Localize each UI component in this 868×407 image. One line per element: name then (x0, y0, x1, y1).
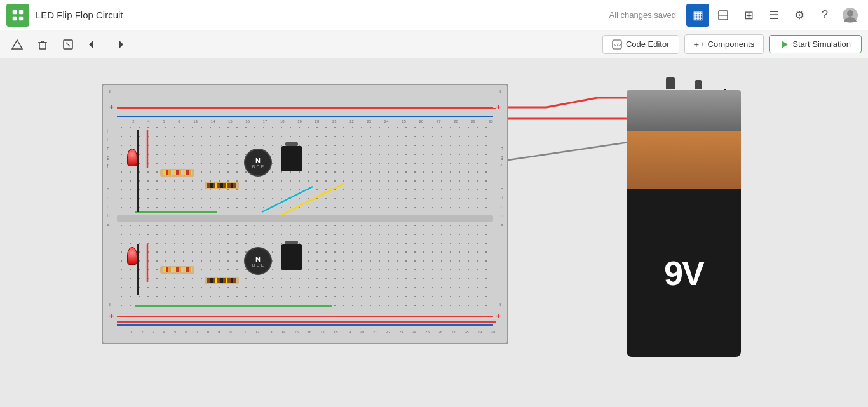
label-l-top-right: l (499, 88, 501, 94)
svg-marker-20 (782, 41, 788, 48)
pcb-view-btn[interactable]: ⊞ (737, 4, 760, 27)
undo-button[interactable] (83, 34, 104, 55)
user-btn[interactable] (839, 4, 862, 27)
transistor-top[interactable]: N B C E (244, 149, 272, 177)
list-view-btn[interactable]: ☰ (763, 4, 785, 27)
resistor-bottom[interactable] (160, 266, 194, 274)
power-rail-top-blue (117, 116, 493, 117)
toolbar-right-actions: </> Code Editor + + Components Start Sim… (602, 34, 862, 54)
power-rail-bot-red (117, 316, 493, 317)
help-btn[interactable]: ? (813, 4, 836, 27)
redo-button[interactable] (108, 34, 130, 55)
breadboard-view-btn[interactable]: ▦ (686, 4, 709, 27)
svg-point-7 (847, 10, 853, 17)
svg-rect-2 (13, 16, 17, 20)
row-labels-right: j i h g f e d c b a (501, 126, 503, 229)
svg-marker-8 (12, 40, 22, 49)
led-top[interactable] (127, 149, 137, 166)
label-l-bot-left: l (109, 302, 111, 307)
breadboard-mid-divider (117, 215, 493, 222)
svg-marker-17 (119, 41, 123, 48)
breadboard-container: + + + + j i h g f e d c (102, 84, 508, 344)
label-l-bot-right: l (499, 302, 501, 307)
power-rail-top-red (117, 107, 493, 109)
components-button[interactable]: + + Components (684, 34, 764, 54)
code-editor-icon: </> (612, 39, 622, 50)
project-title: LED Flip Flop Circuit (36, 10, 609, 20)
battery-terminal-positive (666, 77, 675, 89)
start-simulation-button[interactable]: Start Simulation (769, 35, 862, 53)
settings-btn[interactable]: ⚙ (788, 4, 811, 27)
components-label: + Components (700, 39, 754, 49)
capacitor-bottom[interactable] (281, 241, 302, 270)
delete-button[interactable] (32, 34, 53, 55)
svg-rect-9 (39, 43, 46, 49)
battery-middle (627, 131, 741, 189)
play-icon (780, 40, 789, 49)
add-shape-button[interactable] (6, 34, 28, 55)
svg-line-15 (66, 43, 70, 46)
battery-container: 9V (627, 77, 741, 370)
top-navbar: LED Flip Flop Circuit All changes saved … (0, 0, 868, 30)
save-status: All changes saved (609, 10, 676, 20)
label-l-top-left: l (109, 88, 111, 94)
breadboard[interactable]: + + + + j i h g f e d c (102, 84, 508, 344)
battery-body: 9V (627, 189, 741, 357)
col-numbers-top: 2456 1314151617181920 212223242526272829… (126, 119, 499, 123)
row-labels-left: j i h g f e d c b a (107, 126, 109, 229)
power-plus-top-left: + (109, 103, 114, 112)
power-plus-bot-right: + (496, 312, 501, 321)
plus-icon: + (694, 39, 700, 50)
power-plus-top-right: + (496, 103, 501, 112)
schematic-view-btn[interactable] (712, 4, 735, 27)
battery-cap (627, 90, 741, 131)
svg-rect-1 (19, 10, 23, 13)
capacitor-top[interactable] (281, 142, 302, 171)
code-editor-button[interactable]: </> Code Editor (602, 35, 679, 54)
svg-marker-16 (89, 41, 93, 48)
battery-voltage-label: 9V (664, 253, 703, 293)
start-simulation-label: Start Simulation (792, 39, 851, 49)
col-numbers-bottom: 123456789101112 1314151617181920 2122232… (126, 330, 499, 334)
resistor-top-2[interactable] (205, 182, 239, 189)
transistor-bottom[interactable]: N B C E (244, 247, 272, 275)
led-bottom[interactable] (127, 247, 137, 265)
resistor-top[interactable] (160, 169, 194, 177)
svg-text:</>: </> (614, 42, 621, 48)
resize-button[interactable] (57, 34, 79, 55)
canvas-area[interactable]: + + + + j i h g f e d c (0, 58, 868, 407)
battery-terminal-negative (695, 80, 702, 89)
code-editor-label: Code Editor (626, 39, 670, 49)
svg-rect-3 (19, 16, 23, 20)
svg-rect-0 (13, 10, 17, 13)
battery[interactable]: 9V (627, 77, 741, 370)
resistor-bottom-2[interactable] (205, 277, 239, 284)
secondary-toolbar: </> Code Editor + + Components Start Sim… (0, 30, 868, 58)
power-rail-bot-blue (117, 324, 493, 326)
nav-icons: ▦ ⊞ ☰ ⚙ ? (686, 4, 862, 27)
power-plus-bot-left: + (109, 312, 114, 321)
app-logo (6, 4, 29, 27)
